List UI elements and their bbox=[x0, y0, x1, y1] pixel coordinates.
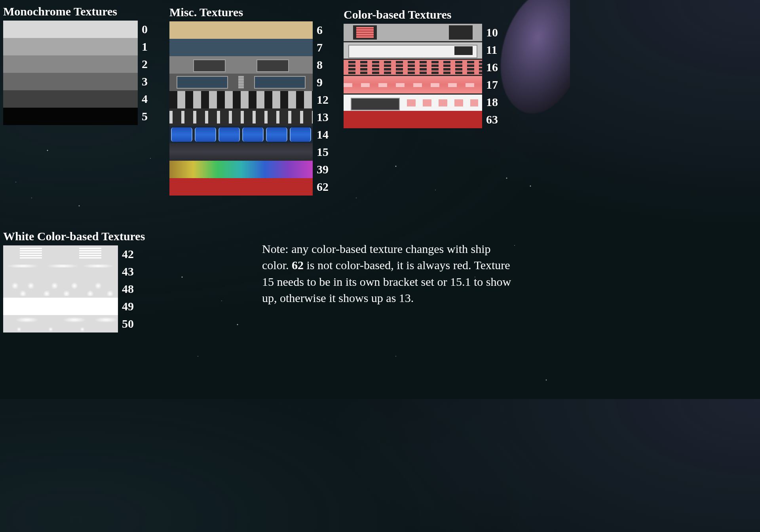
texture-id: 15 bbox=[317, 145, 332, 159]
texture-swatch-49 bbox=[3, 298, 118, 315]
texture-id: 3 bbox=[142, 75, 158, 88]
texture-swatch-12 bbox=[169, 91, 313, 108]
texture-swatch-11 bbox=[344, 41, 482, 59]
section-title: White Color-based Textures bbox=[3, 230, 145, 243]
texture-swatch-6 bbox=[169, 21, 313, 39]
texture-swatch-42 bbox=[3, 245, 118, 263]
texture-swatch-15 bbox=[169, 143, 313, 161]
texture-id: 1 bbox=[142, 40, 158, 53]
texture-id: 12 bbox=[317, 93, 332, 106]
texture-swatch-5 bbox=[3, 108, 138, 125]
texture-id: 13 bbox=[317, 110, 332, 124]
texture-swatch-48 bbox=[3, 280, 118, 298]
section-title: Misc. Textures bbox=[169, 6, 332, 19]
texture-swatch-2 bbox=[3, 55, 138, 73]
texture-swatch-9 bbox=[169, 74, 313, 91]
texture-swatch-62 bbox=[169, 178, 313, 196]
texture-id: 2 bbox=[142, 57, 158, 71]
texture-swatch-7 bbox=[169, 39, 313, 56]
texture-swatch-14 bbox=[169, 126, 313, 143]
texture-id: 18 bbox=[486, 95, 502, 109]
texture-id: 5 bbox=[142, 110, 158, 123]
texture-swatch-13 bbox=[169, 108, 313, 126]
texture-id: 0 bbox=[142, 23, 158, 36]
misc-textures-section: Misc. Textures 6 7 8 9 12 13 14 15 39 62 bbox=[169, 6, 332, 196]
texture-id: 48 bbox=[122, 282, 138, 296]
texture-id: 6 bbox=[317, 23, 332, 37]
texture-swatch-0 bbox=[3, 21, 138, 38]
texture-swatch-39 bbox=[169, 161, 313, 178]
texture-id: 43 bbox=[122, 265, 138, 278]
texture-swatch-4 bbox=[3, 90, 138, 108]
monochrome-textures-section: Monochrome Textures 0 1 2 3 4 5 bbox=[3, 5, 158, 125]
texture-id: 50 bbox=[122, 317, 138, 331]
texture-swatch-63 bbox=[344, 111, 482, 128]
texture-id: 49 bbox=[122, 300, 138, 313]
texture-swatch-3 bbox=[3, 73, 138, 90]
texture-swatch-18 bbox=[344, 93, 482, 111]
texture-id: 9 bbox=[317, 76, 332, 89]
texture-swatch-17 bbox=[344, 76, 482, 93]
color-based-textures-section: Color-based Textures 10 11 16 17 18 63 bbox=[344, 8, 502, 128]
texture-id: 17 bbox=[486, 78, 502, 91]
note-text: Note: any color-based texture changes wi… bbox=[262, 241, 515, 306]
texture-id: 62 bbox=[317, 180, 332, 194]
texture-id: 7 bbox=[317, 41, 332, 54]
texture-swatch-1 bbox=[3, 38, 138, 55]
texture-id: 14 bbox=[317, 128, 332, 141]
texture-swatch-50 bbox=[3, 315, 118, 332]
texture-id: 39 bbox=[317, 163, 332, 176]
texture-swatch-43 bbox=[3, 263, 118, 280]
texture-swatch-10 bbox=[344, 24, 482, 41]
texture-swatch-8 bbox=[169, 56, 313, 74]
section-title: Color-based Textures bbox=[344, 8, 502, 21]
texture-id: 4 bbox=[142, 92, 158, 106]
texture-id: 63 bbox=[486, 113, 502, 126]
white-color-based-textures-section: White Color-based Textures 42 43 48 49 5… bbox=[3, 230, 145, 332]
section-title: Monochrome Textures bbox=[3, 5, 158, 18]
texture-id: 10 bbox=[486, 26, 502, 39]
texture-id: 16 bbox=[486, 61, 502, 74]
texture-id: 8 bbox=[317, 58, 332, 72]
texture-id: 42 bbox=[122, 247, 138, 261]
texture-id: 11 bbox=[486, 43, 502, 57]
texture-swatch-16 bbox=[344, 59, 482, 76]
note-bold-62: 62 bbox=[292, 258, 304, 272]
